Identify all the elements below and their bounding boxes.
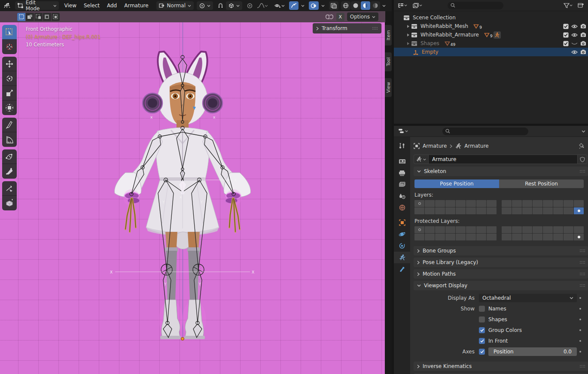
layer-cell[interactable] bbox=[512, 234, 522, 240]
layer-cell[interactable] bbox=[543, 207, 553, 214]
mode-dropdown[interactable]: Edit Mode bbox=[15, 1, 59, 10]
camera-icon[interactable] bbox=[580, 41, 586, 46]
tab-render-properties[interactable] bbox=[394, 155, 410, 167]
in-front-checkbox[interactable] bbox=[479, 338, 485, 344]
mirror-x-toggle[interactable]: X bbox=[336, 13, 344, 21]
show-overlays-toggle[interactable] bbox=[309, 1, 319, 10]
expander-icon[interactable] bbox=[405, 24, 411, 28]
layer-cell[interactable] bbox=[512, 207, 522, 214]
tab-output-properties[interactable] bbox=[394, 167, 410, 179]
layer-cell[interactable] bbox=[553, 226, 563, 233]
visibility-dropdown[interactable] bbox=[273, 1, 286, 10]
layer-cell[interactable] bbox=[564, 207, 573, 214]
layer-cell[interactable] bbox=[466, 200, 476, 207]
animate-dot[interactable] bbox=[579, 329, 581, 331]
layer-cell[interactable] bbox=[466, 226, 476, 233]
outliner-row-whiterabbit-armature[interactable]: WhiteRabbit_Armature 9 bbox=[394, 30, 588, 39]
proportional-editing-toggle[interactable] bbox=[245, 1, 254, 10]
camera-icon[interactable] bbox=[580, 49, 586, 55]
pin-icon[interactable] bbox=[579, 143, 585, 149]
layer-cell[interactable] bbox=[533, 207, 542, 214]
orientation-dropdown[interactable]: Normal bbox=[156, 1, 194, 10]
layer-cell[interactable] bbox=[502, 234, 512, 240]
exclude-checkbox-icon[interactable] bbox=[563, 41, 569, 46]
tool-roll[interactable] bbox=[2, 149, 17, 164]
layer-cell[interactable] bbox=[564, 234, 573, 240]
layer-cell[interactable] bbox=[502, 226, 512, 233]
eye-icon[interactable] bbox=[571, 50, 578, 55]
tab-view[interactable]: View bbox=[385, 78, 392, 97]
layer-cell[interactable] bbox=[476, 226, 486, 233]
tool-extrude[interactable] bbox=[2, 196, 17, 210]
properties-search-input[interactable] bbox=[442, 128, 528, 135]
layer-cell[interactable] bbox=[487, 234, 497, 240]
transform-panel-header[interactable]: Transform bbox=[313, 23, 381, 33]
drag-handle-icon[interactable] bbox=[579, 365, 585, 368]
chevron-down-icon[interactable] bbox=[582, 130, 585, 133]
select-mode-subtract[interactable] bbox=[34, 13, 43, 21]
layer-cell[interactable] bbox=[445, 226, 455, 233]
layer-cell[interactable] bbox=[533, 226, 542, 233]
pose-position-button[interactable]: Pose Position bbox=[414, 179, 499, 188]
select-mode-new[interactable] bbox=[17, 13, 25, 21]
tool-select-box[interactable] bbox=[2, 25, 17, 40]
menu-view[interactable]: View bbox=[62, 3, 78, 9]
tab-physics-properties[interactable] bbox=[394, 228, 410, 240]
tool-scale[interactable] bbox=[2, 86, 17, 100]
drag-handle-icon[interactable] bbox=[579, 261, 585, 264]
tab-item[interactable]: Item bbox=[385, 25, 392, 46]
layer-cell[interactable] bbox=[543, 226, 553, 233]
layer-cell[interactable] bbox=[476, 234, 486, 240]
layer-cell[interactable] bbox=[414, 226, 424, 233]
tab-object-properties[interactable] bbox=[394, 217, 410, 228]
drag-handle-icon[interactable] bbox=[372, 27, 378, 30]
animate-dot[interactable] bbox=[579, 297, 581, 299]
layer-cell[interactable] bbox=[564, 200, 573, 207]
exclude-checkbox-icon[interactable] bbox=[563, 24, 569, 29]
select-mode-intersect[interactable] bbox=[52, 13, 60, 21]
drag-handle-icon[interactable] bbox=[579, 170, 585, 173]
tab-bone-properties[interactable] bbox=[394, 263, 410, 275]
options-dropdown[interactable]: Options bbox=[347, 12, 378, 21]
layer-cell[interactable] bbox=[487, 226, 497, 233]
layers-grid-left[interactable] bbox=[414, 200, 497, 214]
outliner-row-empty[interactable]: Empty bbox=[394, 48, 588, 56]
datablock-name-field[interactable]: Armature bbox=[428, 155, 578, 164]
xray-toggle[interactable] bbox=[329, 1, 338, 10]
falloff-dropdown[interactable] bbox=[255, 1, 270, 10]
tool-rotate[interactable] bbox=[2, 71, 17, 86]
camera-icon[interactable] bbox=[580, 24, 586, 29]
layer-cell[interactable] bbox=[414, 200, 424, 207]
snap-toggle[interactable] bbox=[216, 1, 225, 10]
axes-checkbox[interactable] bbox=[479, 349, 485, 355]
shading-dropdown[interactable] bbox=[381, 1, 387, 10]
layer-cell[interactable] bbox=[574, 207, 584, 214]
layer-cell[interactable] bbox=[522, 234, 532, 240]
snap-target-dropdown[interactable] bbox=[226, 1, 242, 10]
outliner-filter-dropdown[interactable] bbox=[562, 1, 574, 10]
layer-cell[interactable] bbox=[456, 226, 466, 233]
shading-solid-button[interactable] bbox=[351, 1, 360, 10]
layer-cell[interactable] bbox=[522, 226, 532, 233]
names-checkbox[interactable] bbox=[479, 306, 485, 312]
layer-cell[interactable] bbox=[522, 200, 532, 207]
expander-icon[interactable] bbox=[405, 33, 411, 37]
layer-cell[interactable] bbox=[502, 207, 512, 214]
layer-cell[interactable] bbox=[512, 226, 522, 233]
layer-cell[interactable] bbox=[574, 200, 584, 207]
panel-header-bone-groups[interactable]: Bone Groups bbox=[414, 246, 588, 255]
outliner-row-whiterabbit-mesh[interactable]: WhiteRabbit_Mesh 9 bbox=[394, 22, 588, 30]
layer-cell[interactable] bbox=[553, 200, 563, 207]
tool-cursor[interactable] bbox=[2, 40, 17, 54]
layer-cell[interactable] bbox=[487, 207, 497, 214]
tool-shear[interactable] bbox=[2, 181, 17, 196]
animate-dot[interactable] bbox=[579, 308, 581, 310]
layer-cell[interactable] bbox=[522, 207, 532, 214]
protected-grid-left[interactable] bbox=[414, 226, 497, 240]
shapes-checkbox[interactable] bbox=[479, 316, 485, 322]
breadcrumb-object[interactable]: Armature bbox=[423, 143, 447, 149]
layer-cell[interactable] bbox=[456, 200, 466, 207]
drag-handle-icon[interactable] bbox=[579, 272, 585, 276]
tool-measure[interactable] bbox=[2, 132, 17, 147]
eye-icon[interactable] bbox=[571, 33, 578, 37]
